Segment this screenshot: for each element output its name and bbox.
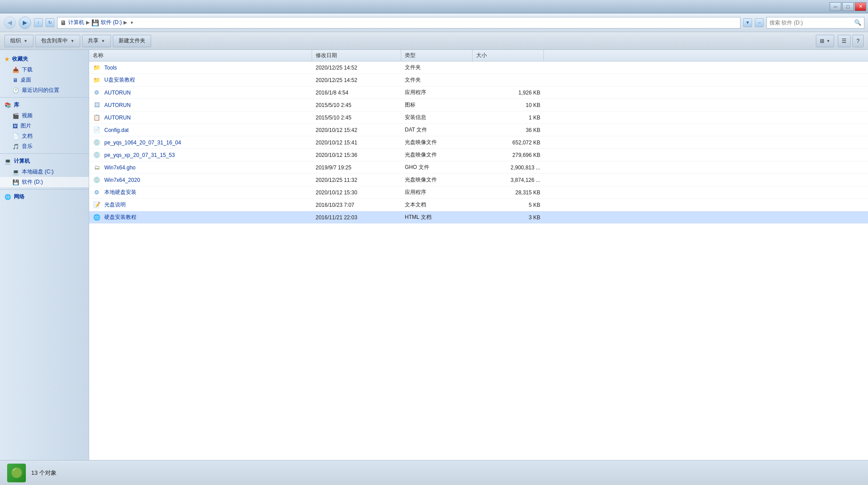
file-date-cell: 2016/11/21 22:03 xyxy=(312,211,401,223)
file-name-cell: 🌐 硬盘安装教程 xyxy=(89,211,312,223)
include-library-button[interactable]: 包含到库中 ▼ xyxy=(35,35,80,47)
sidebar-item-desktop[interactable]: 🖥 桌面 xyxy=(0,75,89,85)
table-row[interactable]: 📄 Config.dat 2020/10/12 15:42 DAT 文件 36 … xyxy=(89,124,868,136)
organize-arrow: ▼ xyxy=(24,39,28,43)
refresh-button[interactable]: ↻ xyxy=(45,18,54,27)
table-row[interactable]: 🗂 Win7x64.gho 2019/9/7 19:25 GHO 文件 2,90… xyxy=(89,161,868,174)
file-name: 本地硬盘安装 xyxy=(104,189,136,196)
video-label: 视频 xyxy=(22,112,33,119)
file-size-cell: 1 KB xyxy=(473,111,544,123)
library-icon: 📚 xyxy=(4,102,11,108)
sidebar-item-d-drive[interactable]: 💾 软件 (D:) xyxy=(0,177,89,187)
file-type-cell: 光盘映像文件 xyxy=(401,136,473,148)
file-name-cell: 💿 Win7x64_2020 xyxy=(89,174,312,186)
file-type-cell: 文件夹 xyxy=(401,74,473,86)
file-name-cell: 📝 光盘说明 xyxy=(89,199,312,211)
address-go-button[interactable]: → xyxy=(755,18,764,27)
file-name: AUTORUN xyxy=(104,102,131,108)
table-row[interactable]: 💿 Win7x64_2020 2020/12/25 11:32 光盘映像文件 3… xyxy=(89,174,868,186)
search-icon[interactable]: 🔍 xyxy=(854,19,861,26)
file-rows-container: 📁 Tools 2020/12/25 14:52 文件夹 📁 U盘安装教程 20… xyxy=(89,62,868,224)
file-date-cell: 2020/10/12 15:30 xyxy=(312,186,401,198)
file-icon: 📁 xyxy=(93,64,101,71)
file-date-cell: 2016/10/23 7:07 xyxy=(312,199,401,211)
col-header-type[interactable]: 类型 xyxy=(401,50,473,61)
maximize-button[interactable]: □ xyxy=(842,2,854,11)
up-button[interactable]: ↑ xyxy=(34,18,43,27)
file-icon: ⚙ xyxy=(93,189,101,196)
file-type-cell: 图标 xyxy=(401,99,473,111)
table-row[interactable]: 💿 pe_yqs_xp_20_07_31_15_53 2020/10/12 15… xyxy=(89,149,868,161)
file-name-cell: ⚙ 本地硬盘安装 xyxy=(89,186,312,198)
computer-label: 计算机 xyxy=(14,157,30,165)
sidebar-item-pictures[interactable]: 🖼 图片 xyxy=(0,121,89,131)
col-header-date[interactable]: 修改日期 xyxy=(312,50,401,61)
network-label: 网络 xyxy=(14,193,25,201)
pictures-label: 图片 xyxy=(21,122,31,130)
organize-button[interactable]: 组织 ▼ xyxy=(4,35,33,47)
table-row[interactable]: ⚙ 本地硬盘安装 2020/10/12 15:30 应用程序 28,315 KB xyxy=(89,186,868,199)
address-dropdown-button[interactable]: ▼ xyxy=(743,18,752,27)
status-app-icon: 🟢 xyxy=(7,464,26,482)
file-size-cell: 5 KB xyxy=(473,199,544,211)
minimize-button[interactable]: ─ xyxy=(830,2,841,11)
sidebar-divider-3 xyxy=(0,189,89,189)
file-date-cell: 2019/9/7 19:25 xyxy=(312,161,401,173)
sidebar-item-documents[interactable]: 📄 文档 xyxy=(0,131,89,141)
new-folder-button[interactable]: 新建文件夹 xyxy=(113,35,151,47)
file-name-cell: 🗂 Win7x64.gho xyxy=(89,161,312,173)
forward-button[interactable]: ▶ xyxy=(19,16,31,29)
file-type-cell: HTML 文档 xyxy=(401,211,473,223)
file-name: Win7x64.gho xyxy=(104,164,136,171)
file-type-cell: 应用程序 xyxy=(401,186,473,198)
table-row[interactable]: 📁 Tools 2020/12/25 14:52 文件夹 xyxy=(89,62,868,74)
file-type-cell: 文本文档 xyxy=(401,199,473,211)
sidebar-computer-title: 💻 计算机 xyxy=(0,156,89,167)
sidebar-divider-2 xyxy=(0,153,89,154)
table-row[interactable]: 📋 AUTORUN 2015/5/10 2:45 安装信息 1 KB xyxy=(89,111,868,124)
sidebar-item-c-drive[interactable]: 💻 本地磁盘 (C:) xyxy=(0,167,89,177)
file-name-cell: 💿 pe_yqs_1064_20_07_31_16_04 xyxy=(89,136,312,148)
file-date-cell: 2020/12/25 14:52 xyxy=(312,62,401,74)
table-row[interactable]: 🖼 AUTORUN 2015/5/10 2:45 图标 10 KB xyxy=(89,99,868,111)
search-input[interactable] xyxy=(769,20,854,26)
file-size-cell: 652,072 KB xyxy=(473,136,544,148)
close-button[interactable]: ✕ xyxy=(855,2,866,11)
file-name: Win7x64_2020 xyxy=(104,177,140,183)
sidebar-item-downloads[interactable]: 📥 下载 xyxy=(0,65,89,75)
file-name-cell: 📄 Config.dat xyxy=(89,124,312,136)
file-size-cell: 36 KB xyxy=(473,124,544,136)
file-name: pe_yqs_1064_20_07_31_16_04 xyxy=(104,140,181,146)
sidebar-divider-1 xyxy=(0,97,89,98)
file-icon: 💿 xyxy=(93,152,101,159)
back-button[interactable]: ◀ xyxy=(4,16,16,29)
file-name: AUTORUN xyxy=(104,90,131,96)
table-row[interactable]: 📁 U盘安装教程 2020/12/25 14:52 文件夹 xyxy=(89,74,868,86)
file-date-cell: 2016/1/8 4:54 xyxy=(312,86,401,99)
table-row[interactable]: ⚙ AUTORUN 2016/1/8 4:54 应用程序 1,926 KB xyxy=(89,86,868,99)
file-size-cell: 3,874,126 ... xyxy=(473,174,544,186)
view-button[interactable]: ⊞ ▼ xyxy=(816,35,834,47)
view-toggle-button[interactable]: ☰ xyxy=(838,35,851,47)
file-date-cell: 2020/10/12 15:36 xyxy=(312,149,401,161)
path-drive[interactable]: 软件 (D:) xyxy=(101,19,122,26)
status-count: 13 个对象 xyxy=(31,469,57,477)
sidebar-item-recent[interactable]: 🕐 最近访问的位置 xyxy=(0,85,89,95)
col-header-name[interactable]: 名称 xyxy=(89,50,312,61)
view-arrow: ▼ xyxy=(826,39,830,43)
share-button[interactable]: 共享 ▼ xyxy=(82,35,111,47)
documents-label: 文档 xyxy=(22,132,33,140)
sidebar-item-video[interactable]: 🎬 视频 xyxy=(0,111,89,121)
file-name: U盘安装教程 xyxy=(104,76,135,84)
file-size-cell xyxy=(473,62,544,74)
help-button[interactable]: ? xyxy=(852,35,864,47)
path-computer[interactable]: 计算机 xyxy=(68,19,84,26)
table-row[interactable]: 📝 光盘说明 2016/10/23 7:07 文本文档 5 KB xyxy=(89,199,868,211)
col-header-size[interactable]: 大小 xyxy=(473,50,544,61)
table-row[interactable]: 🌐 硬盘安装教程 2016/11/21 22:03 HTML 文档 3 KB xyxy=(89,211,868,224)
file-name: 硬盘安装教程 xyxy=(104,214,136,221)
col-type-label: 类型 xyxy=(405,52,415,59)
path-dropdown-arrow[interactable]: ▼ xyxy=(130,21,134,25)
sidebar-item-music[interactable]: 🎵 音乐 xyxy=(0,141,89,152)
table-row[interactable]: 💿 pe_yqs_1064_20_07_31_16_04 2020/10/12 … xyxy=(89,136,868,149)
